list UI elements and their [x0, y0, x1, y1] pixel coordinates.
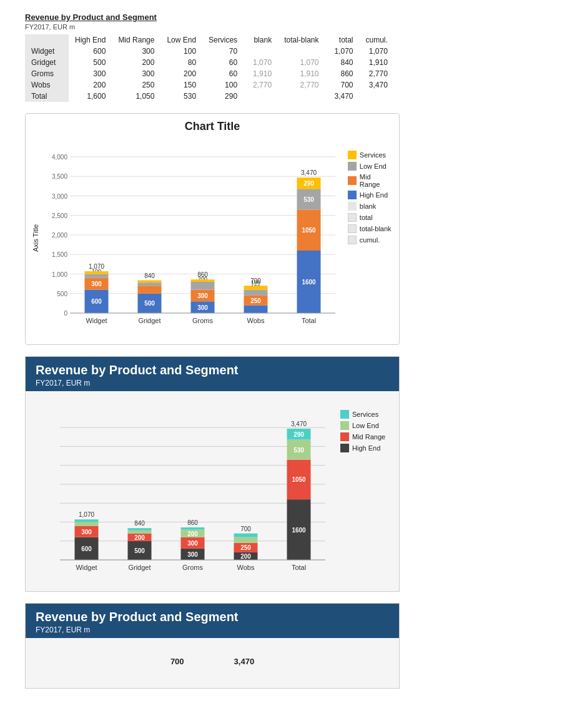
table-cell: 60	[202, 57, 244, 68]
legend-cumul: cumul.	[348, 236, 393, 244]
legend-label-lowend: Low End	[360, 162, 387, 170]
table-cell	[278, 91, 325, 102]
table-cell: Wobs	[25, 79, 69, 91]
col-header-services: Services	[202, 34, 244, 46]
svg-text:840: 840	[144, 272, 155, 279]
svg-rect-22	[85, 274, 109, 278]
table-cell: 200	[112, 57, 160, 68]
table-section: Revenue by Product and Segment FY2017, E…	[25, 12, 537, 102]
svg-text:600: 600	[91, 298, 102, 305]
table-cell: 300	[112, 46, 160, 57]
table-cell: 840	[325, 57, 360, 68]
table-cell: Total	[25, 91, 69, 102]
svg-rect-78	[75, 522, 99, 526]
svg-text:1,500: 1,500	[52, 251, 67, 258]
chart2-subtitle: FY2017, EUR m	[36, 379, 389, 387]
svg-text:Widget: Widget	[86, 317, 107, 324]
svg-rect-104	[234, 534, 258, 537]
svg-rect-103	[234, 537, 258, 543]
col-header-cumul: cumul.	[360, 34, 394, 46]
chart3-header: Revenue by Product and Segment FY2017, E…	[26, 604, 399, 638]
svg-text:Total: Total	[302, 317, 316, 324]
chart1-axis-label: Axis Title	[32, 224, 39, 252]
table-cell: Gridget	[25, 57, 69, 68]
legend-lowend: Low End	[348, 162, 393, 171]
legend2-label-services: Services	[352, 411, 378, 418]
svg-text:290: 290	[303, 180, 314, 187]
legend2-lowend: Low End	[340, 421, 385, 430]
svg-text:Wobs: Wobs	[247, 317, 265, 324]
table-cell: 860	[325, 68, 360, 79]
svg-text:250: 250	[250, 297, 261, 304]
legend-swatch-total	[348, 213, 357, 222]
table-cell: 1,910	[278, 68, 325, 79]
svg-text:600: 600	[81, 546, 92, 552]
table-cell: Groms	[25, 68, 69, 79]
svg-text:1600: 1600	[292, 527, 306, 534]
svg-text:2,000: 2,000	[52, 232, 67, 239]
svg-text:700: 700	[240, 526, 251, 532]
svg-text:Wobs: Wobs	[237, 564, 255, 571]
svg-text:300: 300	[187, 540, 198, 547]
legend-swatch-midrange	[348, 176, 357, 185]
svg-text:300: 300	[187, 551, 198, 558]
table-cell	[244, 91, 278, 102]
svg-text:500: 500	[144, 300, 155, 307]
svg-text:1,000: 1,000	[52, 271, 67, 278]
legend-swatch-services	[348, 151, 357, 159]
svg-text:3,500: 3,500	[52, 173, 67, 180]
svg-rect-39	[191, 282, 215, 290]
svg-text:290: 290	[293, 431, 304, 438]
table-cell: 60	[202, 68, 244, 79]
svg-text:1050: 1050	[302, 227, 316, 234]
svg-text:Gridget: Gridget	[128, 564, 150, 571]
svg-rect-44	[244, 306, 268, 314]
svg-rect-86	[128, 531, 152, 534]
legend-label-highend: High End	[360, 191, 388, 199]
chart1-legend: Services Low End Mid Range High End blan…	[348, 151, 393, 244]
legend2-label-midrange: Mid Range	[352, 433, 385, 441]
svg-rect-32	[138, 281, 162, 283]
svg-text:500: 500	[57, 291, 67, 297]
table-cell: 530	[160, 91, 202, 102]
svg-text:Groms: Groms	[182, 564, 204, 571]
svg-text:300: 300	[81, 529, 92, 536]
col-header-midrange: Mid Range	[112, 34, 160, 46]
table-subtitle: FY2017, EUR m	[25, 23, 537, 31]
legend-label-total-blank: total-blank	[360, 225, 392, 232]
legend-swatch-cumul	[348, 236, 357, 244]
table-cell: Widget	[25, 46, 69, 57]
legend-label-total: total	[360, 214, 373, 221]
legend2-swatch-services	[340, 410, 349, 419]
chart3-wobs-total: 700	[170, 657, 184, 666]
col-header-highend: High End	[69, 34, 112, 46]
svg-text:1,070: 1,070	[89, 263, 104, 270]
table-cell: 1,910	[360, 57, 394, 68]
chart3-subtitle: FY2017, EUR m	[36, 626, 389, 634]
svg-text:300: 300	[91, 281, 102, 287]
chart1-svg: 05001,0001,5002,0002,5003,0003,5004,0006…	[42, 138, 342, 338]
legend-swatch-highend	[348, 191, 357, 199]
svg-rect-79	[75, 519, 99, 522]
table-cell: 1,070	[278, 57, 325, 68]
svg-text:Groms: Groms	[192, 317, 214, 324]
table-cell: 2,770	[360, 68, 394, 79]
chart3-title: Revenue by Product and Segment	[36, 610, 389, 624]
svg-rect-50	[244, 286, 268, 289]
svg-rect-31	[138, 282, 162, 286]
table-cell: 80	[160, 57, 202, 68]
svg-text:700: 700	[250, 277, 261, 284]
svg-text:860: 860	[197, 271, 208, 278]
chart2-container: Revenue by Product and Segment FY2017, E…	[25, 356, 400, 592]
svg-text:Total: Total	[292, 564, 306, 571]
col-header-lowend: Low End	[160, 34, 202, 46]
svg-text:1,070: 1,070	[79, 511, 94, 518]
table-cell: 2,770	[278, 79, 325, 91]
svg-rect-24	[85, 271, 109, 274]
svg-text:500: 500	[134, 547, 145, 554]
table-cell: 290	[202, 91, 244, 102]
svg-rect-41	[191, 279, 215, 282]
legend2-label-highend: High End	[352, 444, 380, 452]
legend-midrange: Mid Range	[348, 173, 393, 188]
table-cell: 500	[69, 57, 112, 68]
